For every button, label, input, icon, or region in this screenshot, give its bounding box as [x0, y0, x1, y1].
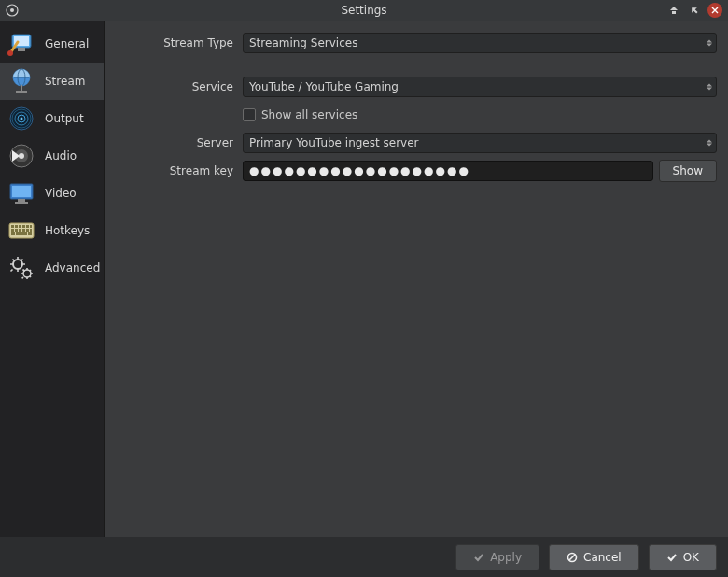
hotkeys-icon: [6, 215, 37, 246]
close-icon[interactable]: [707, 3, 722, 18]
section-divider: [105, 63, 719, 63]
keep-above-icon[interactable]: [666, 3, 681, 18]
svg-point-1: [10, 8, 14, 12]
window-title: Settings: [0, 4, 728, 17]
sidebar-item-label: Audio: [45, 149, 77, 162]
maximize-icon[interactable]: [687, 3, 702, 18]
svg-rect-39: [28, 232, 32, 235]
sidebar-item-output[interactable]: Output: [0, 100, 104, 137]
checkbox-icon: [243, 108, 256, 121]
svg-rect-26: [15, 225, 18, 228]
chevron-updown-icon: [707, 40, 712, 47]
server-value: Primary YouTube ingest server: [249, 136, 419, 149]
ok-button[interactable]: OK: [649, 544, 717, 570]
svg-line-43: [569, 555, 575, 560]
svg-rect-28: [22, 225, 25, 228]
show-stream-key-button[interactable]: Show: [659, 160, 717, 182]
cancel-icon: [567, 552, 578, 563]
sidebar-item-hotkeys[interactable]: Hotkeys: [0, 212, 104, 249]
svg-rect-29: [26, 225, 29, 228]
sidebar-item-stream[interactable]: Stream: [0, 63, 104, 100]
svg-rect-21: [12, 186, 31, 197]
sidebar-item-label: Output: [45, 112, 84, 125]
svg-rect-34: [22, 229, 25, 232]
svg-rect-25: [11, 225, 14, 228]
stream-key-input[interactable]: ●●●●●●●●●●●●●●●●●●●: [243, 161, 653, 181]
cancel-button[interactable]: Cancel: [549, 544, 639, 570]
output-icon: [6, 103, 37, 134]
video-icon: [6, 177, 37, 209]
svg-rect-30: [30, 225, 32, 228]
svg-rect-35: [26, 229, 29, 232]
sidebar-item-label: Hotkeys: [45, 224, 90, 237]
sidebar-item-label: Advanced: [45, 261, 100, 274]
settings-panel: Stream Type Streaming Services Service Y…: [105, 21, 728, 537]
apply-button[interactable]: Apply: [455, 544, 539, 570]
sidebar-item-audio[interactable]: Audio: [0, 137, 104, 175]
check-icon: [473, 552, 484, 563]
window-controls: [666, 3, 728, 18]
svg-rect-38: [16, 232, 27, 235]
svg-rect-33: [19, 229, 21, 232]
advanced-icon: [6, 252, 37, 284]
service-combo[interactable]: YouTube / YouTube Gaming: [243, 77, 717, 97]
stream-key-label: Stream key: [105, 164, 243, 177]
svg-point-5: [7, 50, 13, 56]
svg-rect-37: [11, 232, 15, 235]
chevron-updown-icon: [707, 140, 712, 147]
general-icon: [6, 28, 37, 60]
sidebar-item-video[interactable]: Video: [0, 175, 104, 212]
server-combo[interactable]: Primary YouTube ingest server: [243, 133, 717, 153]
stream-type-value: Streaming Services: [249, 36, 357, 49]
sidebar-item-label: Stream: [45, 75, 85, 88]
titlebar: Settings: [0, 0, 728, 21]
stream-key-masked: ●●●●●●●●●●●●●●●●●●●: [249, 164, 470, 177]
svg-rect-22: [18, 199, 25, 202]
sidebar: General Stream: [0, 21, 105, 537]
sidebar-item-label: General: [45, 37, 89, 50]
stream-icon: [6, 65, 37, 97]
stream-type-label: Stream Type: [105, 36, 243, 49]
svg-rect-36: [30, 229, 32, 232]
sidebar-item-advanced[interactable]: Advanced: [0, 249, 104, 287]
svg-rect-27: [19, 225, 21, 228]
show-all-services-label: Show all services: [261, 108, 357, 121]
check-icon: [666, 552, 678, 563]
show-all-services-checkbox[interactable]: Show all services: [243, 106, 357, 123]
svg-rect-32: [15, 229, 18, 232]
svg-rect-4: [18, 48, 25, 51]
svg-rect-8: [21, 85, 22, 91]
svg-rect-9: [16, 91, 27, 93]
sidebar-item-label: Video: [45, 187, 77, 200]
dialog-footer: Apply Cancel OK: [0, 537, 728, 577]
server-label: Server: [105, 136, 243, 149]
svg-rect-23: [15, 202, 28, 204]
svg-point-15: [21, 118, 23, 120]
stream-type-combo[interactable]: Streaming Services: [243, 33, 717, 53]
svg-rect-31: [11, 229, 14, 232]
sidebar-item-general[interactable]: General: [0, 25, 104, 63]
chevron-updown-icon: [707, 84, 712, 91]
app-icon: [6, 4, 19, 17]
service-value: YouTube / YouTube Gaming: [249, 80, 399, 93]
service-label: Service: [105, 80, 243, 93]
audio-icon: [6, 140, 37, 172]
